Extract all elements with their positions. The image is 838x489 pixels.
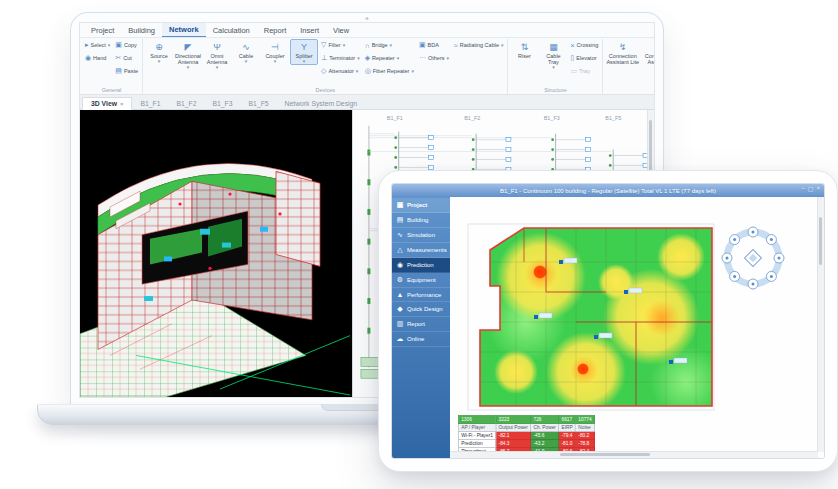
maximize-button[interactable]: ▢ <box>808 185 814 192</box>
tab-b1-f1[interactable]: B1_F1 <box>132 98 168 109</box>
tab-b1-f2[interactable]: B1_F2 <box>169 98 205 109</box>
ribbon-button-cable-tray[interactable]: ▦Cable Tray▾ <box>539 39 567 71</box>
value-cell: -79.4 <box>559 431 576 439</box>
menu-item-report[interactable]: Report <box>257 24 294 37</box>
horizontal-scrollbar[interactable] <box>450 451 818 458</box>
sidebar-item-report[interactable]: ▥Report <box>392 317 450 332</box>
tab-close-icon[interactable]: × <box>120 101 124 107</box>
select-icon: ▸ <box>85 41 89 49</box>
chevron-down-icon: ▾ <box>108 42 111 48</box>
others-icon: ⋯ <box>419 54 426 62</box>
scrollbar-thumb[interactable] <box>649 120 652 176</box>
ribbon-button-cut[interactable]: ✂Cut <box>113 52 140 64</box>
ribbon-button-riser[interactable]: ⇅Riser <box>510 39 538 60</box>
ribbon-button-elevator[interactable]: ▯Elevator <box>568 52 600 64</box>
hscroll-thumb[interactable] <box>560 453 650 456</box>
ribbon-group-caption: Structure <box>510 87 600 94</box>
ribbon-button-select[interactable]: ▸Select▾ <box>83 39 112 51</box>
ribbon-button-others[interactable]: ⋯Others▾ <box>417 52 451 64</box>
vertical-scrollbar[interactable] <box>817 197 824 452</box>
ribbon-button-source[interactable]: ⊕Source▾ <box>145 39 173 65</box>
ribbon-button-directional-antenna[interactable]: ◤Directional Antenna▾ <box>174 39 202 71</box>
omni-antenna-icon: Ψ <box>213 42 221 52</box>
row-label: Prediction <box>458 439 495 447</box>
ribbon-button-filter[interactable]: ▽Filter▾ <box>319 39 362 51</box>
ribbon-button-label: Tray <box>579 68 590 74</box>
performance-icon: ▲ <box>396 291 404 298</box>
report-icon: ▥ <box>396 320 404 328</box>
sidebar-item-simulation[interactable]: ∿Simulation <box>392 228 450 243</box>
ribbon-button-bridge[interactable]: ∩Bridge▾ <box>363 39 416 51</box>
svg-text:B1_F5: B1_F5 <box>605 115 621 121</box>
ribbon-button-coupler[interactable]: ⊣Coupler▾ <box>261 39 289 65</box>
tab-network-system-design[interactable]: Network System Design <box>277 98 366 109</box>
sidebar-item-measurements[interactable]: △Measurements <box>392 243 450 258</box>
compass-widget[interactable] <box>720 225 786 291</box>
tab-label: Network System Design <box>285 100 358 107</box>
ribbon-button-bda[interactable]: ▣BDA <box>417 39 451 51</box>
sidebar-item-label: Simulation <box>407 232 435 238</box>
sidebar-item-quick-design[interactable]: ◆Quick Design <box>392 302 450 317</box>
value-cell: -43.2 <box>531 439 559 447</box>
ribbon-button-repeater[interactable]: ◈Repeater▾ <box>363 52 416 64</box>
ribbon-group-devices: ⊕Source▾◤Directional Antenna▾ΨOmni Anten… <box>143 39 508 94</box>
menu-item-view[interactable]: View <box>326 24 356 37</box>
bridge-icon: ∩ <box>365 42 370 49</box>
ribbon-button-fiber-repeater[interactable]: ◎Fiber Repeater▾ <box>363 65 416 77</box>
menu-item-network[interactable]: Network <box>162 23 206 37</box>
sidebar-item-label: Quick Design <box>407 306 443 312</box>
coverage-heatmap[interactable] <box>466 221 716 413</box>
menu-item-project[interactable]: Project <box>84 24 121 37</box>
ribbon-button-copy[interactable]: ▣Copy <box>113 39 140 51</box>
ribbon-button-omni-antenna[interactable]: ΨOmni Antenna▾ <box>203 39 231 71</box>
menu-item-calculation[interactable]: Calculation <box>206 24 257 37</box>
simulation-icon: ∿ <box>396 231 404 239</box>
ribbon-button-attenuator[interactable]: ◇Attenuator▾ <box>319 65 362 77</box>
chevron-down-icon: ▾ <box>216 65 219 70</box>
minimize-button[interactable]: – <box>801 185 804 192</box>
table-header-row: AP / PlayerOutput PowerCh. PowerEIRPNois… <box>458 423 594 431</box>
3d-viewport[interactable] <box>80 110 352 397</box>
table-row: Prediction-84.3-43.2-81.0-78.8 <box>458 439 594 447</box>
tab-b1-f5[interactable]: B1_F5 <box>241 98 277 109</box>
ribbon-group-caption: General <box>83 87 140 94</box>
ribbon-button-connection-assistant[interactable]: ↯Connection Assistant <box>641 39 654 66</box>
radiating-cable-icon: ≈ <box>454 42 458 49</box>
ribbon-group-assistance: ↯Connection Assistant Lite↯Connection As… <box>603 39 654 94</box>
ribbon-button-crossing[interactable]: ×Crossing <box>568 39 600 51</box>
sidebar-item-project[interactable]: ▣Project <box>392 198 450 213</box>
ribbon-button-label: Copy <box>124 42 137 48</box>
ribbon-button-connection-assistant-lite[interactable]: ↯Connection Assistant Lite <box>605 39 640 66</box>
ribbon-button-label: Attenuator <box>328 68 353 74</box>
result-table[interactable]: 13063223726661710774AP / PlayerOutput Po… <box>458 415 595 456</box>
tray-icon: ▭ <box>570 67 577 75</box>
summary-cell: 6617 <box>559 415 576 423</box>
prediction-icon: ◉ <box>396 261 404 269</box>
tablet-sidebar: ▣Project▤Building∿Simulation△Measurement… <box>392 197 450 458</box>
tab-b1-f3[interactable]: B1_F3 <box>205 98 241 109</box>
tab-3d-view[interactable]: 3D View× <box>82 97 132 110</box>
ribbon-button-hand[interactable]: ◉Hand <box>83 52 112 64</box>
tablet-mockup: B1_F1 - Continuum 100 building - Regular… <box>378 170 838 472</box>
ribbon-button-terminator[interactable]: ⊥Terminator▾ <box>319 52 362 64</box>
sidebar-item-prediction[interactable]: ◉Prediction <box>392 258 450 273</box>
directional-antenna-icon: ◤ <box>185 42 192 52</box>
ribbon-button-label: Elevator <box>576 55 596 61</box>
sidebar-item-building[interactable]: ▤Building <box>392 213 450 228</box>
vscroll-thumb[interactable] <box>819 217 822 265</box>
sidebar-item-online[interactable]: ☁Online <box>392 332 450 347</box>
chevron-down-icon: ▾ <box>245 59 248 64</box>
sidebar-item-equipment[interactable]: ⚙Equipment <box>392 273 450 288</box>
close-button[interactable]: × <box>816 185 820 192</box>
ribbon-button-paste[interactable]: ▤Paste <box>113 65 140 77</box>
menu-item-building[interactable]: Building <box>121 24 162 37</box>
ribbon-button-splitter[interactable]: YSplitter▾ <box>290 39 318 65</box>
ribbon-group-general: ▸Select▾◉Hand▣Copy✂Cut▤PasteGeneral <box>81 39 143 94</box>
ribbon-button-cable[interactable]: ∿Cable▾ <box>232 39 260 65</box>
value-cell: -82.1 <box>496 431 531 439</box>
menu-item-insert[interactable]: Insert <box>293 24 326 37</box>
ribbon-button-radiating-cable[interactable]: ≈Radiating Cable▾ <box>452 39 506 51</box>
ribbon-button-label: Terminator <box>329 55 355 61</box>
chevron-down-icon: ▾ <box>303 59 306 64</box>
sidebar-item-performance[interactable]: ▲Performance <box>392 288 450 302</box>
